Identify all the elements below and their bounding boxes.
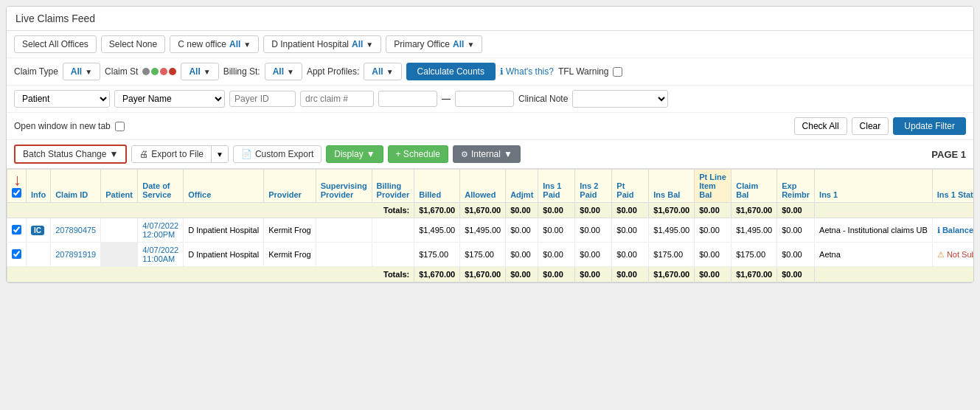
row2-warning-icon: ⚠ bbox=[937, 250, 945, 259]
office-d-filter-value: All bbox=[352, 39, 363, 49]
ins1-paid-header: Ins 1 Paid bbox=[538, 170, 575, 203]
claim-st-dropdown[interactable]: All ▼ bbox=[181, 63, 218, 80]
office-filter-row: Select All Offices Select None C new off… bbox=[7, 31, 973, 58]
billing-st-caret-icon: ▼ bbox=[287, 68, 294, 76]
top-totals-pt-paid: $0.00 bbox=[612, 203, 649, 218]
check-all-button[interactable]: Check All bbox=[794, 117, 847, 135]
open-window-checkbox[interactable] bbox=[115, 122, 125, 131]
appt-profiles-dropdown[interactable]: All ▼ bbox=[364, 63, 401, 80]
row2-date-link[interactable]: 4/07/202211:00AM bbox=[142, 246, 178, 263]
row1-ic-badge: IC bbox=[31, 226, 44, 235]
row2-claim-id-link[interactable]: 207891919 bbox=[55, 250, 96, 259]
calculate-counts-button[interactable]: Calculate Counts bbox=[406, 63, 496, 80]
page-title: Live Claims Feed bbox=[15, 13, 95, 24]
claim-type-dropdown[interactable]: All ▼ bbox=[63, 63, 100, 80]
office-d-dropdown[interactable]: D Inpatient Hospital All ▼ bbox=[263, 35, 381, 53]
update-filter-button[interactable]: Update Filter bbox=[893, 117, 966, 135]
billing-st-dropdown[interactable]: All ▼ bbox=[265, 63, 302, 80]
select-all-offices-button[interactable]: Select All Offices bbox=[14, 35, 97, 53]
export-to-file-caret-button[interactable]: ▼ bbox=[211, 146, 228, 162]
row2-claim-id: 207891919 bbox=[51, 243, 101, 267]
row2-checkbox[interactable] bbox=[12, 249, 21, 259]
select-none-button[interactable]: Select None bbox=[101, 35, 165, 53]
row1-date-of-service: 4/07/202212:00PM bbox=[138, 218, 184, 243]
export-to-file-button[interactable]: 🖨 Export to File bbox=[132, 146, 211, 162]
office-d-label: D Inpatient Hospital bbox=[271, 39, 349, 49]
row2-claim-bal: $175.00 bbox=[731, 243, 777, 267]
dot-gray-icon bbox=[142, 68, 150, 75]
claim-filter-row: Claim Type All ▼ Claim St All ▼ Billing … bbox=[7, 58, 973, 86]
claims-table: ↓ Info Claim ID Patient Date of Service … bbox=[7, 169, 973, 282]
top-totals-exp-reimbr: $0.00 bbox=[777, 203, 815, 218]
top-totals-row: Totals: $1,670.00 $1,670.00 $0.00 $0.00 … bbox=[7, 203, 974, 218]
billed-header: Billed bbox=[414, 170, 460, 203]
appt-profiles-value: All bbox=[372, 66, 383, 77]
primary-office-dropdown[interactable]: Primary Office All ▼ bbox=[386, 35, 482, 53]
row1-pt-paid: $0.00 bbox=[612, 218, 649, 243]
internal-caret-icon: ▼ bbox=[504, 149, 512, 159]
tfl-warning-checkbox[interactable] bbox=[613, 67, 622, 77]
patient-select[interactable]: Patient bbox=[14, 90, 110, 108]
row1-ins1-paid: $0.00 bbox=[538, 218, 575, 243]
appt-profiles-label: Appt Profiles: bbox=[307, 66, 359, 77]
clear-button[interactable]: Clear bbox=[852, 117, 889, 135]
row2-ins-bal: $175.00 bbox=[649, 243, 695, 267]
action-row: Batch Status Change ▼ 🖨 Export to File ▼… bbox=[7, 140, 973, 169]
dot-red-light-icon bbox=[160, 68, 167, 75]
clinical-note-label: Clinical Note bbox=[518, 94, 568, 104]
clinical-note-select[interactable] bbox=[572, 90, 668, 108]
batch-status-label: Batch Status Change bbox=[23, 149, 106, 159]
row1-checkbox[interactable] bbox=[12, 225, 21, 234]
payer-name-select[interactable]: Payer Name bbox=[114, 90, 225, 108]
row2-supervising-provider bbox=[316, 243, 372, 267]
office-d-caret-icon: ▼ bbox=[366, 41, 373, 49]
info-circle-icon: ℹ bbox=[500, 66, 504, 77]
row1-patient bbox=[101, 218, 138, 243]
bottom-totals-empty bbox=[815, 267, 973, 282]
office-header: Office bbox=[184, 170, 264, 203]
schedule-button[interactable]: + Schedule bbox=[388, 145, 448, 163]
export-to-file-group: 🖨 Export to File ▼ bbox=[131, 145, 229, 163]
row2-ins1-status: ⚠ Not Submitted bbox=[932, 243, 973, 267]
drc-claim-input[interactable] bbox=[300, 91, 374, 107]
bottom-totals-ins1-paid: $0.00 bbox=[538, 267, 575, 282]
row1-claim-bal: $1,495.00 bbox=[731, 218, 777, 243]
row1-ins1-status: ℹ Balance Due bbox=[932, 218, 973, 243]
billing-st-label: Billing St: bbox=[223, 66, 260, 77]
select-all-checkbox[interactable] bbox=[12, 188, 21, 198]
custom-export-button[interactable]: 📄 Custom Export bbox=[233, 145, 322, 163]
row1-date-link[interactable]: 4/07/202212:00PM bbox=[142, 221, 178, 239]
appt-profiles-caret-icon: ▼ bbox=[386, 68, 394, 76]
printer-icon: 🖨 bbox=[139, 149, 148, 159]
bottom-totals-label: Totals: bbox=[7, 267, 414, 282]
filter-action-buttons: Check All Clear Update Filter bbox=[794, 117, 966, 135]
date-from-input[interactable] bbox=[378, 91, 437, 107]
row1-balance-due-link[interactable]: Balance Due bbox=[942, 226, 973, 234]
row2-ins1: Aetna bbox=[815, 243, 933, 267]
row2-pt-paid: $0.00 bbox=[612, 243, 649, 267]
batch-status-change-button[interactable]: Batch Status Change ▼ bbox=[14, 145, 127, 164]
table-header-row: ↓ Info Claim ID Patient Date of Service … bbox=[7, 170, 974, 203]
display-button[interactable]: Display ▼ bbox=[326, 145, 383, 163]
claim-type-label: Claim Type bbox=[14, 66, 58, 77]
top-totals-adjmt: $0.00 bbox=[506, 203, 538, 218]
row1-pt-line-item-bal: $0.00 bbox=[695, 218, 731, 243]
row2-billed: $175.00 bbox=[414, 243, 460, 267]
row1-claim-id-link[interactable]: 207890475 bbox=[55, 226, 96, 234]
primary-office-filter-value: All bbox=[453, 39, 464, 49]
whats-this-link[interactable]: ℹ What's this? bbox=[500, 66, 554, 77]
top-totals-label: Totals: bbox=[7, 203, 414, 218]
office-c-dropdown[interactable]: C new office All ▼ bbox=[170, 35, 259, 53]
custom-export-label: Custom Export bbox=[255, 149, 313, 159]
row1-billing-provider bbox=[372, 218, 414, 243]
display-label: Display bbox=[334, 149, 363, 159]
top-totals-claim-bal: $1,670.00 bbox=[731, 203, 777, 218]
row1-ins2-paid: $0.00 bbox=[575, 218, 612, 243]
payer-id-input[interactable] bbox=[229, 91, 296, 107]
row2-patient bbox=[101, 243, 138, 267]
date-to-input[interactable] bbox=[455, 91, 514, 107]
row2-adjmt: $0.00 bbox=[506, 243, 538, 267]
internal-button[interactable]: ⚙ Internal ▼ bbox=[453, 145, 521, 163]
document-icon: 📄 bbox=[241, 149, 252, 159]
bottom-totals-pt-paid: $0.00 bbox=[612, 267, 649, 282]
